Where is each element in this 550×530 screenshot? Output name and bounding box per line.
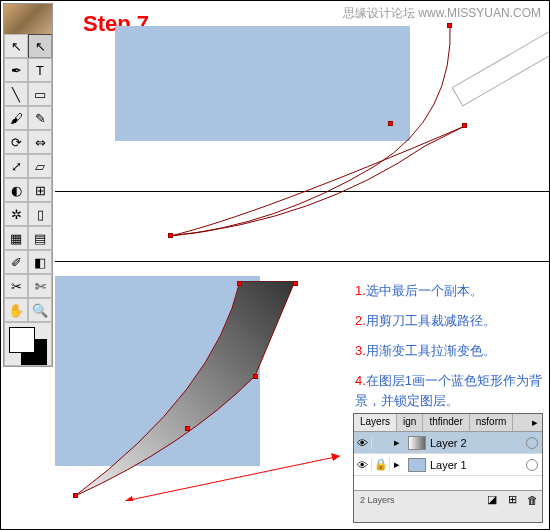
white-diagonal-bar (452, 27, 550, 106)
toolbox: ↖↖✒T╲▭🖌✎⟳⇔⤢▱◐⊞✲▯▦▤✐◧✂✄✋🔍 (3, 3, 53, 367)
rotate-tool[interactable]: ⟳ (4, 130, 28, 154)
tab-align[interactable]: ign (397, 414, 423, 431)
shear-tool[interactable]: ▱ (28, 154, 52, 178)
pen-tool[interactable]: ✒ (4, 58, 28, 82)
zoom-tool[interactable]: 🔍 (28, 298, 52, 322)
anchor-point[interactable] (237, 281, 242, 286)
layers-count: 2 Layers (354, 495, 401, 505)
tab-pathfinder[interactable]: thfinder (423, 414, 469, 431)
color-swatch[interactable] (4, 322, 52, 366)
selection-tool[interactable]: ↖ (4, 34, 28, 58)
tab-transform[interactable]: nsform (470, 414, 514, 431)
watermark-top: 思缘设计论坛 www.MISSYUAN.COM (343, 5, 541, 22)
layer-row[interactable]: 👁 ▸ Layer 2 (354, 432, 542, 454)
new-layer-button[interactable]: ⊞ (502, 493, 522, 506)
paintbrush-tool[interactable]: 🖌 (4, 106, 28, 130)
mesh-tool[interactable]: ▦ (4, 226, 28, 250)
free-transform-tool[interactable]: ⊞ (28, 178, 52, 202)
panel-menu-icon[interactable]: ▸ (528, 414, 542, 431)
anchor-point[interactable] (388, 121, 393, 126)
rectangle-tool[interactable]: ▭ (28, 82, 52, 106)
delete-layer-button[interactable]: 🗑 (522, 494, 542, 506)
blend-tool[interactable]: ◧ (28, 250, 52, 274)
svg-marker-2 (125, 496, 134, 501)
layer-row[interactable]: 👁 🔒 ▸ Layer 1 (354, 454, 542, 476)
visibility-icon[interactable]: 👁 (354, 437, 372, 449)
eyedropper-tool[interactable]: ✐ (4, 250, 28, 274)
scissors-tool[interactable]: ✄ (28, 274, 52, 298)
instruction-1: 1.选中最后一个副本。 (355, 281, 483, 301)
gradient-tool[interactable]: ▤ (28, 226, 52, 250)
anchor-point[interactable] (253, 374, 258, 379)
path-shape-upper[interactable] (155, 26, 465, 251)
panel-tabs: Layers ign thfinder nsform ▸ (354, 414, 542, 432)
layers-list: 👁 ▸ Layer 2 👁 🔒 ▸ Layer 1 (354, 432, 542, 490)
layer-thumbnail (408, 458, 426, 472)
scale-tool[interactable]: ⤢ (4, 154, 28, 178)
anchor-point[interactable] (73, 493, 78, 498)
type-tool[interactable]: T (28, 58, 52, 82)
warp-tool[interactable]: ◐ (4, 178, 28, 202)
toolbox-header (4, 4, 52, 34)
layers-footer: 2 Layers ◪ ⊞ 🗑 (354, 490, 542, 508)
slice-tool[interactable]: ✂ (4, 274, 28, 298)
symbol-sprayer-tool[interactable]: ✲ (4, 202, 28, 226)
anchor-point[interactable] (293, 281, 298, 286)
instruction-2: 2.用剪刀工具裁减路径。 (355, 311, 496, 331)
anchor-point[interactable] (185, 426, 190, 431)
anchor-point[interactable] (168, 233, 173, 238)
layers-panel[interactable]: Layers ign thfinder nsform ▸ 👁 ▸ Layer 2… (353, 413, 543, 523)
direct-select-tool[interactable]: ↖ (28, 34, 52, 58)
instruction-3: 3.用渐变工具拉渐变色。 (355, 341, 496, 361)
visibility-icon[interactable]: 👁 (354, 459, 372, 471)
line-tool[interactable]: ╲ (4, 82, 28, 106)
layer-thumbnail (408, 436, 426, 450)
new-sublayer-button[interactable]: ◪ (482, 493, 502, 506)
anchor-point[interactable] (447, 23, 452, 28)
target-icon[interactable] (526, 437, 538, 449)
hand-tool[interactable]: ✋ (4, 298, 28, 322)
svg-line-0 (125, 456, 340, 501)
graph-tool[interactable]: ▯ (28, 202, 52, 226)
horizontal-guide-2 (55, 261, 549, 262)
svg-marker-1 (331, 453, 340, 461)
pencil-tool[interactable]: ✎ (28, 106, 52, 130)
anchor-point[interactable] (462, 123, 467, 128)
tab-layers[interactable]: Layers (354, 414, 397, 431)
app-logo (4, 4, 52, 34)
expand-triangle-icon[interactable]: ▸ (390, 458, 404, 471)
layer-name[interactable]: Layer 1 (430, 459, 467, 471)
expand-triangle-icon[interactable]: ▸ (390, 436, 404, 449)
reflect-tool[interactable]: ⇔ (28, 130, 52, 154)
instruction-4: 4.在图层1画一个蓝色矩形作为背景，并锁定图层。 (355, 371, 550, 410)
path-shape-lower[interactable] (65, 281, 365, 501)
target-icon[interactable] (526, 459, 538, 471)
fill-color[interactable] (9, 327, 35, 353)
layer-name[interactable]: Layer 2 (430, 437, 467, 449)
lock-icon[interactable]: 🔒 (372, 458, 390, 471)
